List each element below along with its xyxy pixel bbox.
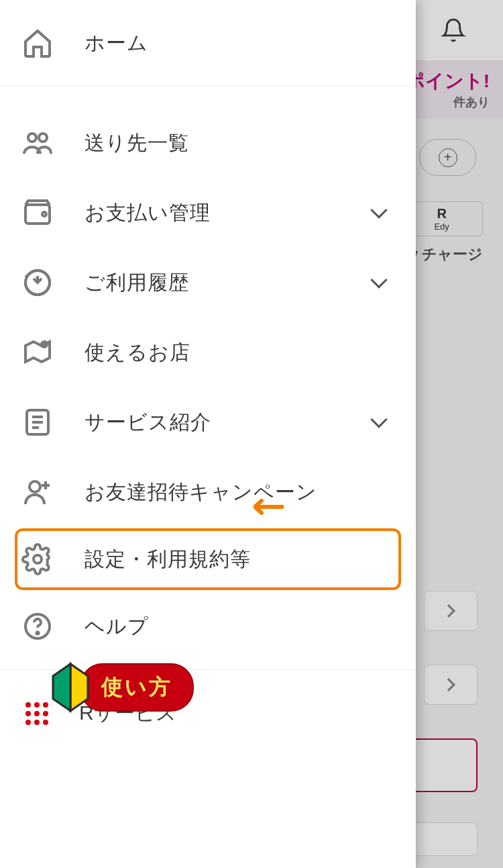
menu-settings[interactable]: 設定・利用規約等 [15,528,401,590]
list-icon [21,406,54,438]
user-plus-icon [21,476,54,508]
map-pin-icon [21,336,54,369]
menu-payment[interactable]: お支払い管理 [0,178,416,248]
bg-list-item-2 [424,665,478,705]
menu-services[interactable]: サービス紹介 [0,387,416,457]
history-icon [21,267,54,299]
svg-point-8 [34,555,42,563]
gear-icon [21,543,54,575]
beginner-mark-icon [50,661,91,714]
bg-list-item-1 [424,591,478,631]
menu-stores[interactable]: 使えるお店 [0,318,416,387]
notification-bell-icon [441,17,466,43]
callout-arrow-icon [254,497,284,517]
menu-label: ヘルプ [85,613,394,640]
menu-label: ご利用履歴 [85,269,373,297]
add-button: + [419,139,476,176]
svg-point-0 [28,134,36,142]
menu-label: 設定・利用規約等 [85,546,392,573]
tutorial-badge[interactable]: 使い方 [50,661,194,714]
svg-point-7 [30,481,40,492]
menu-label: 送り先一覧 [85,130,394,157]
plus-icon: + [439,148,457,167]
svg-point-10 [36,632,38,634]
menu-label: お支払い管理 [85,199,373,227]
r-services-icon [25,702,48,725]
tutorial-label: 使い方 [80,663,194,712]
menu-help[interactable]: ヘルプ [0,591,416,661]
svg-point-1 [39,134,47,142]
menu-home[interactable]: ホーム [0,8,416,78]
menu-label: お友達招待キャンペーン [85,479,394,506]
chevron-down-icon [370,201,387,218]
people-icon [21,127,54,159]
help-icon [21,610,54,642]
wallet-icon [21,197,54,229]
menu-label: サービス紹介 [85,409,373,436]
menu-recipients[interactable]: 送り先一覧 [0,108,416,178]
menu-label: ホーム [85,30,394,57]
navigation-drawer: ホーム 送り先一覧 お支払い管理 ご利用履歴 [0,0,416,868]
svg-point-3 [42,212,46,216]
chevron-down-icon [370,271,387,288]
home-icon [21,27,54,59]
menu-label: 使えるお店 [85,339,394,367]
menu-history[interactable]: ご利用履歴 [0,248,416,318]
menu-invite[interactable]: お友達招待キャンペーン [0,457,416,527]
chevron-down-icon [370,411,387,428]
